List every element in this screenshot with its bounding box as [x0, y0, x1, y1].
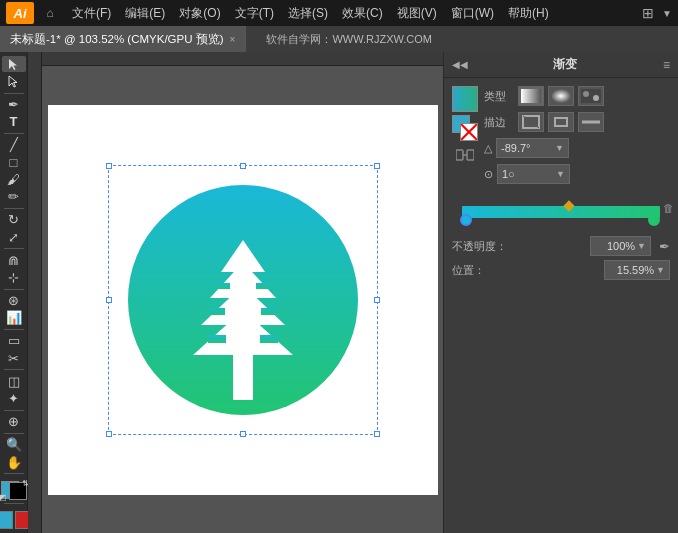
panel-menu-btn[interactable]: ≡ [663, 58, 670, 72]
canvas-area[interactable] [28, 52, 443, 533]
opacity-dropdown-btn[interactable]: ▼ [637, 241, 646, 251]
angle-dropdown-btn[interactable]: ▼ [555, 143, 564, 153]
stroke-across-btn[interactable] [578, 112, 604, 132]
link-swatches-btn[interactable] [452, 144, 478, 166]
stroke-within-btn[interactable] [518, 112, 544, 132]
svg-point-17 [583, 91, 589, 97]
white-canvas[interactable] [48, 105, 438, 495]
handle-mid-right[interactable] [374, 297, 380, 303]
svg-rect-21 [555, 118, 567, 126]
tool-type[interactable]: T [2, 114, 26, 130]
opacity-label: 不透明度： [452, 239, 586, 254]
aspect-input-wrap[interactable]: ▼ [497, 164, 570, 184]
menu-object[interactable]: 对象(O) [173, 3, 226, 24]
gradient-stop-left[interactable] [460, 214, 474, 228]
stroke-along-btn[interactable] [548, 112, 574, 132]
handle-bot-right[interactable] [374, 431, 380, 437]
toolbar-separator-9 [4, 433, 24, 434]
aspect-row: ⊙ ▼ [484, 164, 670, 184]
stroke-label: 描边 [484, 115, 514, 130]
tool-rect[interactable]: □ [2, 154, 26, 170]
menu-help[interactable]: 帮助(H) [502, 3, 555, 24]
tool-pencil[interactable]: ✏ [2, 189, 26, 205]
color-fill-btn[interactable] [0, 511, 13, 529]
handle-mid-left[interactable] [106, 297, 112, 303]
menu-effects[interactable]: 效果(C) [336, 3, 389, 24]
menu-edit[interactable]: 编辑(E) [119, 3, 171, 24]
angle-input[interactable] [501, 142, 551, 154]
mixed-swatch[interactable] [452, 115, 478, 141]
svg-rect-14 [521, 89, 541, 103]
position-dropdown-btn[interactable]: ▼ [656, 265, 665, 275]
tool-select[interactable] [2, 56, 26, 72]
main-area: ✒ T ╱ □ 🖌 ✏ ↻ ⤢ ⋒ ⊹ ⊛ 📊 ▭ ✂ ◫ ✦ ⊕ 🔍 ✋ ⇅ … [0, 52, 678, 533]
tab-bar: 未标题-1* @ 103.52% (CMYK/GPU 预览) × 软件自学网：W… [0, 26, 678, 52]
active-tab[interactable]: 未标题-1* @ 103.52% (CMYK/GPU 预览) × [0, 26, 246, 52]
svg-rect-15 [551, 89, 571, 103]
tool-blend[interactable]: ⊕ [2, 414, 26, 430]
tool-slice[interactable]: ✂ [2, 350, 26, 366]
tool-gradient[interactable]: ◫ [2, 373, 26, 389]
toolbar-separator-10 [4, 473, 24, 474]
tool-line[interactable]: ╱ [2, 137, 26, 153]
handle-top-left[interactable] [106, 163, 112, 169]
reset-colors-icon[interactable]: ◩ [0, 493, 7, 502]
tool-direct-select[interactable] [2, 73, 26, 89]
gradient-slider-container: 🗑 [452, 198, 670, 228]
handle-bot-mid[interactable] [240, 431, 246, 437]
menu-select[interactable]: 选择(S) [282, 3, 334, 24]
tool-scale[interactable]: ⤢ [2, 229, 26, 245]
handle-bot-left[interactable] [106, 431, 112, 437]
type-linear-btn[interactable] [518, 86, 544, 106]
angle-input-wrap[interactable]: ▼ [496, 138, 569, 158]
tool-pen[interactable]: ✒ [2, 96, 26, 112]
aspect-dropdown-btn[interactable]: ▼ [556, 169, 565, 179]
gradient-swatch[interactable] [452, 86, 478, 112]
toolbar-separator-6 [4, 329, 24, 330]
menu-window[interactable]: 窗口(W) [445, 3, 500, 24]
tool-symbol-sprayer[interactable]: ⊛ [2, 292, 26, 308]
gradient-track[interactable] [462, 206, 660, 218]
right-panel: ◀◀ 渐变 ≡ [443, 52, 678, 533]
tool-paintbrush[interactable]: 🖌 [2, 171, 26, 187]
opacity-input-wrap[interactable]: ▼ [590, 236, 651, 256]
position-row: 位置： ▼ [452, 260, 670, 280]
chevron-down-icon[interactable]: ▼ [662, 8, 672, 19]
delete-stop-btn[interactable]: 🗑 [663, 202, 674, 214]
eyedropper-icon[interactable]: ✒ [659, 239, 670, 254]
position-input-wrap[interactable]: ▼ [604, 260, 670, 280]
tool-hand[interactable]: ✋ [2, 454, 26, 470]
position-input[interactable] [609, 264, 654, 276]
opacity-input[interactable] [595, 240, 635, 252]
type-freeform-btn[interactable] [578, 86, 604, 106]
handle-top-right[interactable] [374, 163, 380, 169]
artwork-container [48, 105, 438, 495]
handle-top-mid[interactable] [240, 163, 246, 169]
menu-file[interactable]: 文件(F) [66, 3, 117, 24]
svg-point-18 [593, 95, 599, 101]
stroke-row: 描边 [484, 112, 670, 132]
tool-column-graph[interactable]: 📊 [2, 310, 26, 326]
tool-eyedropper[interactable]: ✦ [2, 390, 26, 406]
svg-rect-12 [467, 150, 474, 160]
angle-icon: △ [484, 142, 492, 155]
tool-rotate[interactable]: ↻ [2, 212, 26, 228]
type-radial-btn[interactable] [548, 86, 574, 106]
grid-icon[interactable]: ⊞ [642, 5, 654, 21]
tool-zoom[interactable]: 🔍 [2, 437, 26, 453]
menu-view[interactable]: 视图(V) [391, 3, 443, 24]
panel-collapse-arrows[interactable]: ◀◀ [452, 59, 468, 70]
tool-warp[interactable]: ⋒ [2, 252, 26, 268]
title-right: ⊞ ▼ [642, 5, 672, 21]
tool-artboard[interactable]: ▭ [2, 333, 26, 349]
svg-line-20 [523, 116, 539, 128]
home-icon[interactable]: ⌂ [40, 3, 60, 23]
svg-rect-7 [218, 283, 230, 289]
toolbar-separator-7 [4, 369, 24, 370]
aspect-input[interactable] [502, 168, 552, 180]
menu-text[interactable]: 文字(T) [229, 3, 280, 24]
type-row: 类型 [484, 86, 670, 106]
tool-free-transform[interactable]: ⊹ [2, 269, 26, 285]
tab-close-btn[interactable]: × [230, 34, 236, 45]
gradient-stop-right[interactable] [648, 214, 662, 228]
